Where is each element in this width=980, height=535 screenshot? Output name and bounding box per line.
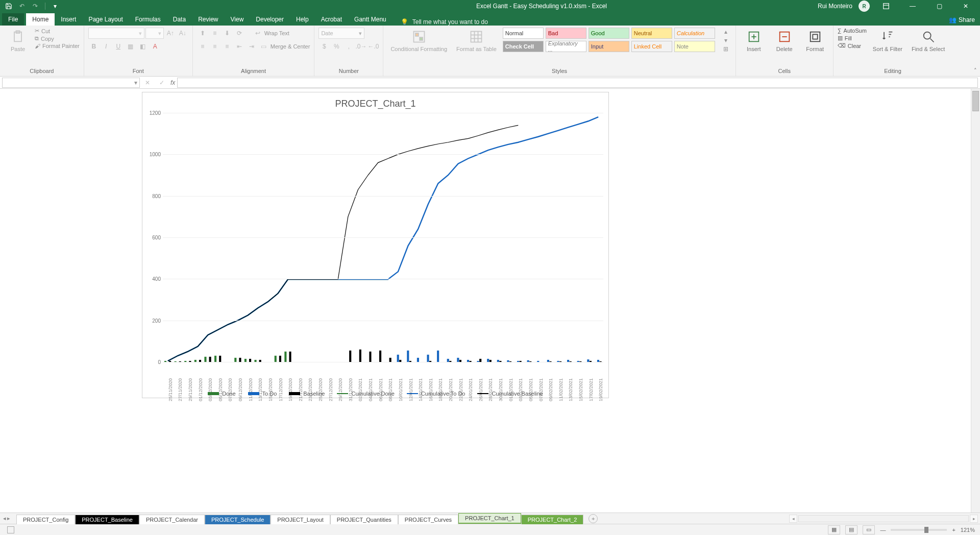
collapse-ribbon-button[interactable]: ˄ xyxy=(974,67,977,74)
vertical-scrollbar[interactable] xyxy=(971,89,980,513)
sheet-nav-next[interactable]: ▸ xyxy=(7,515,10,522)
font-name-select[interactable]: ▾ xyxy=(88,28,144,39)
sheet-nav-prev[interactable]: ◂ xyxy=(3,515,6,522)
cancel-formula-button[interactable]: ✕ xyxy=(142,77,153,88)
format-painter-button[interactable]: 🖌Format Painter xyxy=(35,43,80,49)
tab-help[interactable]: Help xyxy=(290,13,315,26)
format-cells-button[interactable]: Format xyxy=(801,28,829,54)
share-button[interactable]: 👥 Share xyxy=(949,16,975,23)
zoom-thumb[interactable] xyxy=(924,527,928,533)
conditional-formatting-button[interactable]: Conditional Formatting xyxy=(387,28,450,54)
chart-title[interactable]: PROJECT_Chart_1 xyxy=(142,92,608,111)
tab-view[interactable]: View xyxy=(225,13,250,26)
styles-scroll-down[interactable]: ▾ xyxy=(720,36,731,45)
percent-button[interactable]: % xyxy=(331,41,342,52)
tell-me[interactable]: 💡 Tell me what you want to do xyxy=(401,18,488,26)
name-box[interactable]: ▾ xyxy=(2,78,140,88)
format-as-table-button[interactable]: Format as Table xyxy=(453,28,500,54)
redo-button[interactable]: ↷ xyxy=(30,1,41,12)
save-button[interactable] xyxy=(3,1,14,12)
horizontal-scrollbar[interactable]: ◂ ▸ xyxy=(789,514,978,523)
close-button[interactable]: ✕ xyxy=(955,0,976,12)
number-format-select[interactable]: Date▾ xyxy=(318,28,364,39)
shrink-font-button[interactable]: A↓ xyxy=(177,28,188,39)
sheet-tab-chart-1[interactable]: PROJECT_Chart_1 xyxy=(458,513,521,524)
style-bad[interactable]: Bad xyxy=(546,28,586,39)
align-top[interactable]: ⬆ xyxy=(197,28,208,39)
tab-home[interactable]: Home xyxy=(26,13,55,26)
autosum-button[interactable]: ∑AutoSum xyxy=(838,28,867,34)
style-normal[interactable]: Normal xyxy=(503,28,544,39)
sheet-tab-curves[interactable]: PROJECT_Curves xyxy=(398,515,458,524)
wrap-text-button[interactable]: Wrap Text xyxy=(264,30,289,36)
dec-decimal[interactable]: ←.0 xyxy=(368,41,379,52)
fill-color-button[interactable]: ◧ xyxy=(137,41,149,52)
h-scroll-left[interactable]: ◂ xyxy=(789,515,797,523)
align-middle[interactable]: ≡ xyxy=(209,28,220,39)
clear-button[interactable]: ⌫Clear xyxy=(838,42,867,49)
style-good[interactable]: Good xyxy=(589,28,629,39)
style-linked-cell[interactable]: Linked Cell xyxy=(631,41,672,52)
tab-developer[interactable]: Developer xyxy=(250,13,290,26)
zoom-slider[interactable] xyxy=(891,529,947,531)
style-explanatory[interactable]: Explanatory ... xyxy=(546,41,586,52)
view-normal-button[interactable]: ▦ xyxy=(828,525,840,534)
bold-button[interactable]: B xyxy=(88,41,100,52)
plot-area[interactable]: 020040060080010001200 xyxy=(163,113,603,362)
view-page-layout-button[interactable]: ▤ xyxy=(845,525,857,534)
sheet-tab-layout[interactable]: PROJECT_Layout xyxy=(271,515,330,524)
tab-formulas[interactable]: Formulas xyxy=(129,13,167,26)
delete-cells-button[interactable]: Delete xyxy=(771,28,798,54)
insert-cells-button[interactable]: Insert xyxy=(740,28,768,54)
style-calculation[interactable]: Calculation xyxy=(674,28,715,39)
align-center[interactable]: ≡ xyxy=(209,41,220,52)
sheet-tab-schedule[interactable]: PROJECT_Schedule xyxy=(205,515,271,524)
orientation-button[interactable]: ⟳ xyxy=(234,28,245,39)
border-button[interactable]: ▦ xyxy=(125,41,136,52)
style-check-cell[interactable]: Check Cell xyxy=(503,41,544,52)
tab-review[interactable]: Review xyxy=(192,13,224,26)
align-left[interactable]: ≡ xyxy=(197,41,208,52)
merge-center-button[interactable]: Merge & Center xyxy=(271,43,310,50)
tab-data[interactable]: Data xyxy=(167,13,192,26)
style-input[interactable]: Input xyxy=(589,41,629,52)
find-select-button[interactable]: Find & Select xyxy=(909,28,948,54)
inc-decimal[interactable]: .0→ xyxy=(355,41,366,52)
style-neutral[interactable]: Neutral xyxy=(631,28,672,39)
italic-button[interactable]: I xyxy=(101,41,112,52)
ribbon-options-icon[interactable] xyxy=(876,0,896,12)
maximize-button[interactable]: ▢ xyxy=(929,0,949,12)
tab-gantt-menu[interactable]: Gantt Menu xyxy=(348,13,393,26)
h-scroll-right[interactable]: ▸ xyxy=(970,515,978,523)
tab-acrobat[interactable]: Acrobat xyxy=(315,13,348,26)
qat-customize[interactable]: ▾ xyxy=(50,1,61,12)
chart-legend[interactable]: Done To Do Baseline Cumulative Done Cumu… xyxy=(142,391,608,397)
fill-button[interactable]: ▥Fill xyxy=(838,35,867,41)
sort-filter-button[interactable]: Sort & Filter xyxy=(870,28,905,54)
underline-button[interactable]: U xyxy=(113,41,124,52)
cut-button[interactable]: ✂Cut xyxy=(35,28,80,34)
align-right[interactable]: ≡ xyxy=(222,41,233,52)
zoom-out-button[interactable]: — xyxy=(880,527,886,533)
copy-button[interactable]: ⧉Copy xyxy=(35,35,80,42)
fx-icon[interactable]: fx xyxy=(170,79,175,86)
sheet-area[interactable]: PROJECT_Chart_1 020040060080010001200 25… xyxy=(0,89,971,513)
grow-font-button[interactable]: A↑ xyxy=(165,28,176,39)
new-sheet-button[interactable]: + xyxy=(589,514,598,523)
tab-page-layout[interactable]: Page Layout xyxy=(82,13,129,26)
minimize-button[interactable]: — xyxy=(902,0,923,12)
font-size-select[interactable]: ▾ xyxy=(145,28,164,39)
zoom-level[interactable]: 121% xyxy=(961,527,975,533)
sheet-tab-chart-2[interactable]: PROJECT_Chart_2 xyxy=(521,515,584,524)
indent-dec[interactable]: ⇤ xyxy=(234,41,245,52)
indent-inc[interactable]: ⇥ xyxy=(246,41,257,52)
v-scroll-thumb[interactable] xyxy=(972,91,979,111)
view-page-break-button[interactable]: ▭ xyxy=(863,525,875,534)
h-scroll-track[interactable] xyxy=(798,515,969,522)
sheet-tab-quantities[interactable]: PROJECT_Quantities xyxy=(330,515,398,524)
styles-scroll-up[interactable]: ▴ xyxy=(720,28,731,36)
styles-more[interactable]: ⊞ xyxy=(720,44,731,53)
chart-object[interactable]: PROJECT_Chart_1 020040060080010001200 25… xyxy=(142,92,609,398)
tab-insert[interactable]: Insert xyxy=(55,13,82,26)
undo-button[interactable]: ↶ xyxy=(16,1,28,12)
